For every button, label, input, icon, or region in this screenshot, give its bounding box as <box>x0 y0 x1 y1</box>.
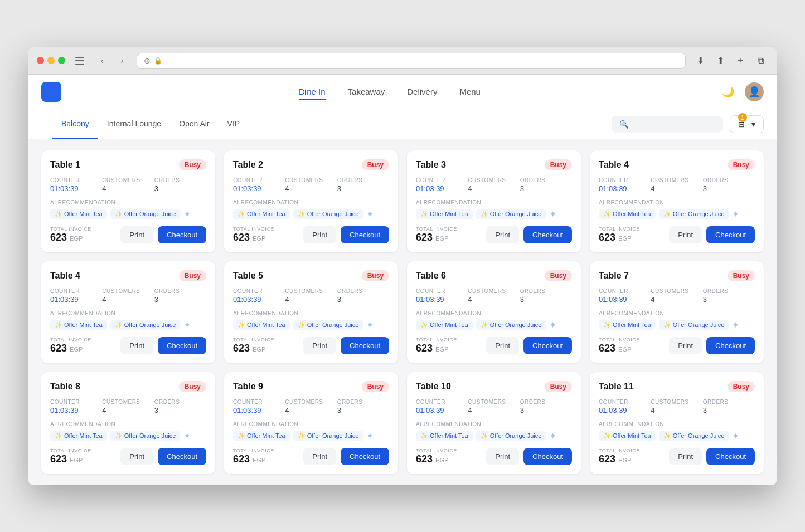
new-tab-button[interactable]: ＋ <box>733 53 748 69</box>
checkout-button[interactable]: Checkout <box>158 448 206 465</box>
table-card: Table 5 Busy COUNTER 01:03:39 CUSTOMERS … <box>224 261 398 363</box>
checkout-button[interactable]: Checkout <box>523 337 572 354</box>
checkout-button[interactable]: Checkout <box>341 337 389 354</box>
print-button[interactable]: Print <box>669 226 702 243</box>
print-button[interactable]: Print <box>303 337 336 354</box>
nav-dine-in[interactable]: Dine In <box>299 85 326 100</box>
orders-label: ORDERS <box>154 288 206 294</box>
ai-tag-mint-tea: ✨ Offer Mint Tea <box>50 320 107 330</box>
checkout-button[interactable]: Checkout <box>523 226 572 243</box>
maximize-button[interactable] <box>58 57 65 64</box>
table-name: Table 2 <box>233 160 263 170</box>
close-button[interactable] <box>37 57 44 64</box>
address-bar[interactable]: ⊕ 🔒 <box>137 53 686 69</box>
customers-value: 4 <box>102 406 154 414</box>
nav-menu[interactable]: Menu <box>459 85 481 100</box>
ai-recommendation-label: AI RECOMMENDATION <box>416 310 572 316</box>
search-bar[interactable]: 🔍 <box>612 116 723 133</box>
section-tab-open-air[interactable]: Open Air <box>170 110 218 139</box>
stat-counter: COUNTER 01:03:39 <box>50 399 102 414</box>
checkout-button[interactable]: Checkout <box>341 226 389 243</box>
app-content: Dine In Takeaway Delivery Menu 🌙 👤 Balco… <box>28 75 777 485</box>
ai-tag-mint-tea: ✨ Offer Mint Tea <box>416 209 473 219</box>
checkout-button[interactable]: Checkout <box>158 226 206 243</box>
ai-tag-mint-tea: ✨ Offer Mint Tea <box>233 320 290 330</box>
checkout-button[interactable]: Checkout <box>341 448 389 465</box>
sparkle-icon: ✨ <box>663 211 671 218</box>
stat-customers: CUSTOMERS 4 <box>651 177 702 193</box>
print-button[interactable]: Print <box>120 226 153 243</box>
ai-recommendation-label: AI RECOMMENDATION <box>233 421 389 427</box>
orders-value: 3 <box>337 184 389 193</box>
invoice-amount: 623 EGP <box>599 343 640 354</box>
share-button[interactable]: ⬆ <box>712 53 728 69</box>
counter-label: COUNTER <box>233 177 285 183</box>
section-tab-vip[interactable]: VIP <box>219 110 249 139</box>
print-button[interactable]: Print <box>669 448 702 465</box>
section-tab-balcony[interactable]: Balcony <box>52 110 98 139</box>
table-card: Table 10 Busy COUNTER 01:03:39 CUSTOMERS… <box>407 372 581 474</box>
checkout-button[interactable]: Checkout <box>158 337 206 354</box>
invoice-info: TOTAL INVOICE 623 EGP <box>233 448 274 465</box>
currency: EGP <box>435 457 448 463</box>
orders-label: ORDERS <box>703 399 755 405</box>
ai-tags: ✨ Offer Mint Tea ✨ Offer Orange Juice ✦ <box>50 320 206 330</box>
status-badge: Busy <box>545 159 572 170</box>
table-card-header: Table 4 Busy <box>50 270 206 281</box>
table-actions: Print Checkout <box>303 448 389 465</box>
back-button[interactable]: ‹ <box>94 53 110 69</box>
svg-rect-2 <box>75 64 84 65</box>
checkout-button[interactable]: Checkout <box>706 337 755 354</box>
table-stats: COUNTER 01:03:39 CUSTOMERS 4 ORDERS 3 <box>50 288 206 304</box>
counter-label: COUNTER <box>50 399 102 405</box>
print-button[interactable]: Print <box>120 448 153 465</box>
print-button[interactable]: Print <box>486 337 519 354</box>
ai-more-icon: ✦ <box>549 209 556 219</box>
table-stats: COUNTER 01:03:39 CUSTOMERS 4 ORDERS 3 <box>233 177 389 193</box>
checkout-button[interactable]: Checkout <box>706 226 755 243</box>
table-actions: Print Checkout <box>486 226 572 243</box>
print-button[interactable]: Print <box>303 448 336 465</box>
print-button[interactable]: Print <box>120 337 153 354</box>
customers-label: CUSTOMERS <box>102 177 154 183</box>
print-button[interactable]: Print <box>669 337 702 354</box>
ai-tags: ✨ Offer Mint Tea ✨ Offer Orange Juice ✦ <box>416 209 572 219</box>
nav-takeaway[interactable]: Takeaway <box>348 85 385 100</box>
user-avatar[interactable]: 👤 <box>745 82 764 101</box>
sparkle-icon: ✨ <box>603 211 611 218</box>
sparkle-icon: ✨ <box>420 211 428 218</box>
table-card: Table 11 Busy COUNTER 01:03:39 CUSTOMERS… <box>590 372 764 474</box>
minimize-button[interactable] <box>47 57 55 64</box>
download-button[interactable]: ⬇ <box>692 53 708 69</box>
stat-orders: ORDERS 3 <box>703 399 755 414</box>
forward-button[interactable]: › <box>114 53 130 69</box>
stat-counter: COUNTER 01:03:39 <box>599 288 651 304</box>
sidebar-toggle-button[interactable] <box>72 53 88 69</box>
status-badge: Busy <box>179 159 206 170</box>
counter-value: 01:03:39 <box>599 184 651 193</box>
print-button[interactable]: Print <box>486 448 519 465</box>
counter-value: 01:03:39 <box>233 295 285 304</box>
app-header: Dine In Takeaway Delivery Menu 🌙 👤 <box>28 75 777 110</box>
table-name: Table 1 <box>50 160 80 170</box>
checkout-button[interactable]: Checkout <box>706 448 755 465</box>
tabs-button[interactable]: ⧉ <box>753 53 768 69</box>
ai-more-icon: ✦ <box>732 320 739 330</box>
filters-button[interactable]: 1 ⊟ ▾ <box>730 115 764 133</box>
app-logo <box>41 82 61 102</box>
checkout-button[interactable]: Checkout <box>523 448 572 465</box>
section-tab-internal-lounge[interactable]: Internal Lounge <box>98 110 170 139</box>
customers-label: CUSTOMERS <box>651 288 702 294</box>
night-mode-button[interactable]: 🌙 <box>718 82 738 102</box>
customers-value: 4 <box>285 406 337 414</box>
print-button[interactable]: Print <box>303 226 336 243</box>
customers-label: CUSTOMERS <box>651 177 702 183</box>
table-stats: COUNTER 01:03:39 CUSTOMERS 4 ORDERS 3 <box>416 177 572 193</box>
ai-tags: ✨ Offer Mint Tea ✨ Offer Orange Juice ✦ <box>233 431 389 441</box>
table-name: Table 5 <box>233 271 263 281</box>
nav-delivery[interactable]: Delivery <box>407 85 437 100</box>
ai-more-icon: ✦ <box>366 431 374 441</box>
stat-orders: ORDERS 3 <box>154 177 206 193</box>
orders-label: ORDERS <box>520 177 572 183</box>
print-button[interactable]: Print <box>486 226 519 243</box>
